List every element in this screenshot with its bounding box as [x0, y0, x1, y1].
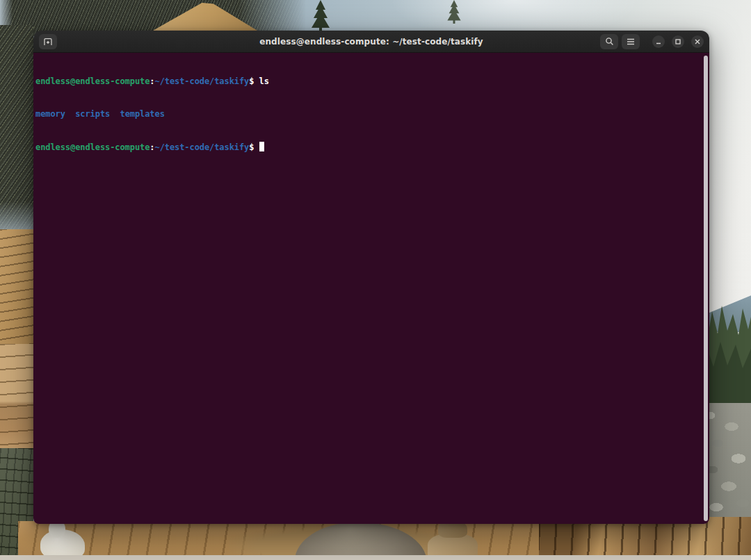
terminal-body[interactable]: endless@endless-compute:~/test-code/task…: [33, 53, 709, 524]
directory-entry: memory: [35, 109, 65, 119]
prompt-symbol: $: [249, 142, 254, 152]
menu-button[interactable]: [622, 34, 640, 49]
search-icon: [605, 37, 614, 46]
directory-entry: scripts: [75, 109, 110, 119]
minimize-button[interactable]: [652, 35, 665, 48]
wallpaper-bottom-edge: [0, 555, 751, 560]
close-button[interactable]: [691, 35, 704, 48]
prompt-user-host: endless@endless-compute: [35, 142, 150, 152]
prompt-user-host: endless@endless-compute: [35, 76, 150, 86]
titlebar-controls: [600, 34, 704, 49]
wallpaper-wood-shingles: [0, 229, 33, 344]
hamburger-menu-icon: [627, 38, 635, 45]
minimize-icon: [656, 39, 661, 44]
search-button[interactable]: [600, 34, 618, 49]
maximize-button[interactable]: [672, 35, 684, 48]
terminal-cursor: [259, 142, 264, 151]
new-tab-button[interactable]: [39, 34, 57, 49]
wallpaper-twig-thatch-left: [0, 25, 33, 240]
wallpaper-pine-tree: [309, 0, 332, 32]
terminal-prompt-line-2: endless@endless-compute:~/test-code/task…: [35, 142, 702, 153]
terminal-prompt-line-1: endless@endless-compute:~/test-code/task…: [35, 76, 702, 88]
wallpaper-wood-planks: [0, 344, 33, 448]
prompt-path: ~/test-code/taskify: [154, 142, 249, 152]
titlebar-action-group: [600, 34, 640, 49]
prompt-path: ~/test-code/taskify: [154, 76, 249, 86]
directory-entry: templates: [120, 109, 164, 119]
terminal-scrollbar[interactable]: [704, 56, 708, 521]
terminal-titlebar[interactable]: endless@endless-compute: ~/test-code/tas…: [33, 31, 709, 53]
prompt-symbol: $: [249, 76, 254, 86]
typed-command: ls: [259, 76, 269, 86]
maximize-icon: [675, 39, 681, 44]
wallpaper-pine-tree-small: [445, 0, 463, 24]
terminal-window: endless@endless-compute: ~/test-code/tas…: [33, 31, 709, 524]
close-icon: [695, 39, 700, 44]
terminal-output-line: memoryscriptstemplates: [35, 109, 702, 120]
new-tab-icon: [43, 37, 53, 46]
